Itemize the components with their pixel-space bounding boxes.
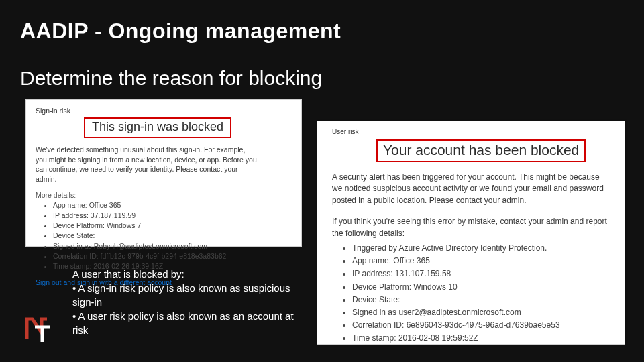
user-risk-details-list: Triggered by Azure Active Directory Iden… bbox=[352, 242, 610, 345]
list-item: App name: Office 365 bbox=[53, 200, 292, 210]
signin-risk-label: Sign-in risk bbox=[36, 107, 292, 115]
user-risk-panel: User risk Your account has been blocked … bbox=[317, 121, 625, 345]
list-item: IP address: 131.107.159.58 bbox=[352, 267, 610, 280]
signin-details-list: App name: Office 365 IP address: 37.187.… bbox=[53, 200, 292, 272]
list-item: Time stamp: 2016-02-08 19:59:52Z bbox=[352, 332, 610, 345]
list-item: Triggered by Azure Active Directory Iden… bbox=[352, 242, 610, 255]
notes-line: A user that is blocked by: bbox=[72, 267, 307, 281]
nt-logo-icon bbox=[23, 314, 54, 345]
user-risk-label: User risk bbox=[332, 128, 610, 135]
list-item: IP address: 37.187.119.59 bbox=[53, 210, 292, 221]
slide-title: AADIP - Ongoing management bbox=[20, 19, 341, 44]
notes-line: • A user risk policy is also known as an… bbox=[72, 309, 307, 337]
account-blocked-heading: Your account has been blocked bbox=[376, 139, 586, 162]
list-item: Correlation ID: fdffb12c-979b-4c9f-b294-… bbox=[53, 251, 292, 261]
slide-subtitle: Determine the reason for blocking bbox=[20, 67, 322, 90]
signin-risk-panel: Sign-in risk This sign-in was blocked We… bbox=[25, 99, 302, 247]
list-item: Device State: bbox=[352, 294, 610, 306]
list-item: Signed in as Robynh@aadiptest.onmicrosof… bbox=[53, 241, 292, 251]
list-item: Device Platform: Windows 7 bbox=[53, 221, 292, 231]
signin-blocked-heading: This sign-in was blocked bbox=[84, 117, 231, 138]
notes-line: • A sign-in risk policy is also known as… bbox=[72, 281, 307, 309]
account-blocked-subdesc: If you think you're seeing this error by… bbox=[332, 216, 610, 239]
slide-notes: A user that is blocked by: • A sign-in r… bbox=[72, 267, 307, 337]
more-details-label: More details: bbox=[36, 191, 292, 199]
list-item: Device State: bbox=[53, 231, 292, 241]
account-blocked-desc: A security alert has been triggered for … bbox=[332, 172, 610, 206]
signin-blocked-desc: We've detected something unusual about t… bbox=[36, 145, 257, 184]
list-item: Device Platform: Windows 10 bbox=[352, 281, 610, 294]
list-item: Signed in as user2@aadiptest.onmicrosoft… bbox=[352, 306, 610, 319]
list-item: Correlation ID: 6e896043-93dc-4975-96ad-… bbox=[352, 319, 610, 332]
slide: AADIP - Ongoing management Determine the… bbox=[0, 0, 644, 362]
list-item: App name: Office 365 bbox=[352, 255, 610, 267]
